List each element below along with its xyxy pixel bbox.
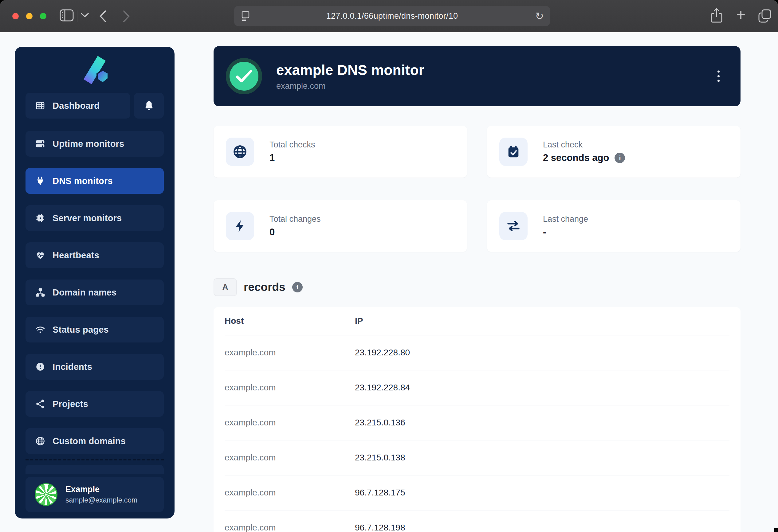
host-cell: example.com bbox=[225, 453, 355, 463]
app-logo-icon bbox=[79, 55, 110, 85]
globe-icon bbox=[226, 138, 254, 166]
stat-label: Last check bbox=[543, 140, 625, 150]
sidebar-item-incidents[interactable]: Incidents bbox=[25, 354, 164, 380]
share-icon[interactable] bbox=[710, 8, 723, 23]
ip-cell: 96.7.128.198 bbox=[355, 523, 405, 532]
bell-icon bbox=[144, 101, 154, 110]
sidebar-item-label: Incidents bbox=[53, 362, 92, 372]
table-row: example.com 23.215.0.136 bbox=[225, 406, 729, 440]
ip-cell: 23.215.0.136 bbox=[355, 418, 405, 428]
stat-value: - bbox=[543, 227, 546, 238]
ip-cell: 96.7.128.175 bbox=[355, 488, 405, 498]
notifications-button[interactable] bbox=[134, 93, 164, 118]
browser-window: 127.0.0.1/66uptime/dns-monitor/10 ↻ + bbox=[0, 0, 778, 532]
heart-pulse-icon bbox=[35, 250, 45, 260]
stat-value: 1 bbox=[269, 152, 275, 163]
window-controls bbox=[12, 13, 47, 19]
sidebar-item-label: DNS monitors bbox=[53, 176, 113, 186]
monitor-hostname: example.com bbox=[276, 81, 424, 91]
info-icon[interactable]: i bbox=[615, 153, 625, 163]
share-nodes-icon bbox=[35, 399, 45, 409]
sidebar-item-label: Heartbeats bbox=[53, 250, 99, 260]
plug-icon bbox=[35, 176, 45, 186]
stats-grid: Total checks 1 Last check 2 seco bbox=[214, 126, 741, 252]
sidebar-item-heartbeats[interactable]: Heartbeats bbox=[25, 242, 164, 268]
close-window-button[interactable] bbox=[12, 13, 19, 19]
refresh-icon[interactable]: ↻ bbox=[535, 10, 544, 22]
sidebar-item-label: Server monitors bbox=[53, 213, 122, 223]
sidebar-item-label: Status pages bbox=[53, 325, 109, 335]
sidebar-item-uptime-monitors[interactable]: Uptime monitors bbox=[25, 131, 164, 157]
column-header-ip: IP bbox=[355, 316, 363, 326]
minimize-window-button[interactable] bbox=[26, 13, 32, 19]
monitor-header-card: example DNS monitor example.com bbox=[214, 46, 741, 106]
sidebar-item-label: Uptime monitors bbox=[53, 139, 124, 149]
stat-card-total-changes: Total changes 0 bbox=[214, 200, 467, 252]
ip-cell: 23.192.228.84 bbox=[355, 383, 410, 392]
table-row: example.com 96.7.128.198 bbox=[225, 511, 729, 532]
toolbar-divider bbox=[77, 10, 77, 22]
host-cell: example.com bbox=[225, 523, 355, 532]
table-row: example.com 23.192.228.80 bbox=[225, 335, 729, 370]
sidebar-item-dns-monitors[interactable]: DNS monitors bbox=[25, 168, 164, 194]
zoom-window-button[interactable] bbox=[40, 13, 47, 19]
records-title: records bbox=[244, 281, 286, 294]
sidebar-item-custom-domains[interactable]: Custom domains bbox=[25, 428, 164, 454]
sidebar-item-label: Custom domains bbox=[53, 436, 126, 446]
grid-icon bbox=[35, 101, 45, 110]
alert-circle-icon bbox=[35, 362, 45, 372]
new-tab-icon[interactable]: + bbox=[736, 6, 746, 24]
browser-toolbar: 127.0.0.1/66uptime/dns-monitor/10 ↻ + bbox=[0, 0, 778, 32]
globe-icon bbox=[35, 436, 45, 446]
info-icon[interactable]: i bbox=[292, 282, 303, 292]
stat-value: 0 bbox=[269, 227, 275, 238]
status-up-icon bbox=[226, 58, 262, 94]
calendar-check-icon bbox=[499, 138, 528, 166]
server-stack-icon bbox=[35, 139, 45, 149]
stat-label: Last change bbox=[543, 214, 588, 224]
chevron-down-icon[interactable] bbox=[80, 12, 89, 18]
sitemap-icon bbox=[35, 287, 45, 297]
sidebar-item-label: Dashboard bbox=[53, 101, 99, 111]
host-cell: example.com bbox=[225, 383, 355, 392]
screenshot-artifact bbox=[774, 528, 778, 532]
sidebar: Dashboard Uptime monitors bbox=[15, 47, 174, 519]
stat-card-last-change: Last change - bbox=[487, 200, 741, 252]
page-title: example DNS monitor bbox=[276, 62, 424, 78]
column-header-host: Host bbox=[225, 316, 355, 326]
sidebar-item-dashboard[interactable]: Dashboard bbox=[25, 93, 130, 118]
address-bar[interactable]: 127.0.0.1/66uptime/dns-monitor/10 ↻ bbox=[234, 6, 550, 26]
sidebar-item-partial[interactable] bbox=[25, 465, 164, 474]
records-table: Host IP example.com 23.192.228.80 exampl… bbox=[214, 307, 741, 532]
profile-card[interactable]: Example sample@example.com bbox=[25, 477, 164, 512]
host-cell: example.com bbox=[225, 488, 355, 498]
tab-overview-icon[interactable] bbox=[758, 9, 772, 23]
sidebar-item-domain-names[interactable]: Domain names bbox=[25, 279, 164, 305]
host-cell: example.com bbox=[225, 348, 355, 358]
wifi-icon bbox=[35, 325, 45, 335]
forward-button-icon[interactable] bbox=[122, 10, 130, 23]
main-content: example DNS monitor example.com Total ch… bbox=[214, 46, 741, 532]
stat-card-total-checks: Total checks 1 bbox=[214, 126, 467, 178]
kebab-menu-icon[interactable] bbox=[716, 69, 721, 84]
table-row: example.com 96.7.128.175 bbox=[225, 475, 729, 511]
sidebar-item-label: Projects bbox=[53, 399, 88, 409]
sidebar-item-label: Domain names bbox=[53, 287, 117, 298]
profile-email: sample@example.com bbox=[66, 496, 137, 504]
ip-cell: 23.192.228.80 bbox=[355, 348, 410, 358]
records-section-header: A records i bbox=[214, 278, 741, 296]
host-cell: example.com bbox=[225, 418, 355, 428]
sidebar-item-projects[interactable]: Projects bbox=[25, 391, 164, 417]
stat-card-last-check: Last check 2 seconds ago i bbox=[487, 126, 741, 178]
sidebar-toggle-icon[interactable] bbox=[60, 9, 74, 21]
avatar bbox=[35, 483, 58, 506]
ip-cell: 23.215.0.138 bbox=[355, 453, 405, 463]
table-row: example.com 23.192.228.84 bbox=[225, 370, 729, 406]
table-header-row: Host IP bbox=[225, 307, 729, 335]
table-row: example.com 23.215.0.138 bbox=[225, 440, 729, 475]
record-type-badge: A bbox=[214, 278, 237, 296]
url-text[interactable]: 127.0.0.1/66uptime/dns-monitor/10 bbox=[234, 11, 550, 21]
sidebar-item-server-monitors[interactable]: Server monitors bbox=[25, 205, 164, 231]
back-button-icon[interactable] bbox=[99, 10, 107, 23]
sidebar-item-status-pages[interactable]: Status pages bbox=[25, 317, 164, 343]
